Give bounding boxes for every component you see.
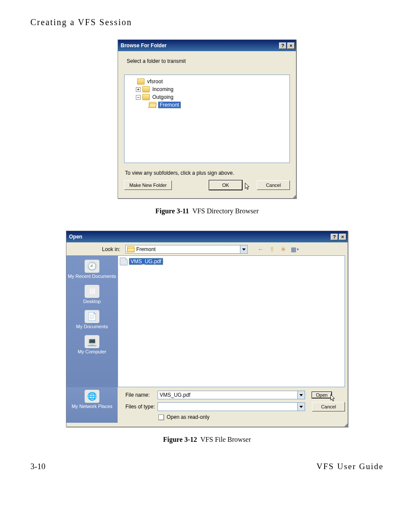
places-my-network-places[interactable]: 🌐 My Network Places (66, 387, 118, 423)
open-toolbar: Look in: Fremont ← ⇧ ✳ ▦▾ (66, 242, 348, 255)
figure-label: Figure 3-12 (163, 436, 197, 443)
my-documents-icon: 📄 (85, 310, 99, 323)
up-one-level-icon[interactable]: ⇧ (268, 245, 276, 254)
pdf-file-icon (120, 258, 128, 265)
folder-open-icon (127, 246, 135, 252)
open-read-only-label: Open as read-only (167, 414, 210, 420)
titlebar-close-button[interactable]: × (287, 42, 295, 49)
views-grid-icon: ▦ (291, 246, 296, 253)
files-of-type-label: Files of type: (122, 404, 158, 410)
places-recent-documents[interactable]: 🕘 My Recent Documents (66, 258, 118, 281)
page-header: Creating a VFS Session (30, 17, 384, 27)
folder-icon (137, 78, 145, 85)
figure-caption-1: Figure 3-11 VFS Directory Browser (30, 207, 384, 215)
file-name-label: File name: (122, 392, 158, 398)
file-name-value: VMS_UG.pdf (158, 392, 297, 398)
file-name-label: VMS_UG.pdf (129, 258, 163, 265)
figure-open-dialog: Open ? × Look in: Fremont ← ⇧ ✳ ▦▾ (30, 231, 384, 428)
dropdown-button[interactable] (240, 245, 247, 253)
places-my-documents[interactable]: 📄 My Documents (66, 308, 118, 332)
tree-node-vfsroot[interactable]: vfsroot (146, 78, 164, 85)
dialog-title: Browse For Folder (121, 42, 167, 49)
browse-hint: To view any subfolders, click a plus sig… (125, 170, 290, 176)
dropdown-button[interactable] (297, 391, 305, 399)
tree-node-incoming[interactable]: Incoming (151, 86, 174, 92)
look-in-label: Look in: (70, 246, 123, 252)
views-menu-icon[interactable]: ▦▾ (290, 245, 299, 254)
open-file-dialog: Open ? × Look in: Fremont ← ⇧ ✳ ▦▾ (66, 231, 348, 427)
resize-grip-icon[interactable]: ◢ (118, 194, 296, 198)
cancel-button[interactable]: Cancel (312, 402, 345, 411)
resize-grip-icon[interactable]: ◢ (66, 423, 348, 427)
back-icon[interactable]: ← (256, 245, 265, 254)
tree-node-outgoing[interactable]: Outgoing (151, 94, 174, 100)
places-my-computer[interactable]: 💻 My Computer (66, 333, 118, 357)
tree-node-fremont[interactable]: Fremont (158, 101, 181, 108)
places-desktop[interactable]: 🖥 Desktop (66, 283, 118, 307)
open-read-only-checkbox[interactable] (158, 415, 164, 420)
look-in-dropdown[interactable]: Fremont (125, 245, 248, 254)
make-new-folder-button[interactable]: Make New Folder (124, 180, 172, 190)
look-in-value: Fremont (136, 246, 238, 252)
place-label: My Computer (66, 349, 118, 354)
folder-icon (142, 94, 150, 100)
create-new-folder-icon[interactable]: ✳ (279, 245, 288, 254)
titlebar-close-button[interactable]: × (339, 234, 346, 240)
places-bar: 🕘 My Recent Documents 🖥 Desktop 📄 My Doc… (66, 255, 118, 387)
dropdown-button[interactable] (297, 403, 305, 411)
my-network-places-icon: 🌐 (85, 390, 99, 403)
folder-tree[interactable]: vfsroot + Incoming − Outgoing Fremont (124, 75, 290, 163)
titlebar-help-button[interactable]: ? (331, 234, 338, 240)
chevron-down-icon (299, 406, 303, 408)
cancel-button[interactable]: Cancel (257, 180, 290, 190)
chevron-down-icon (299, 394, 303, 396)
files-of-type-dropdown[interactable] (158, 402, 305, 411)
open-button[interactable]: Open (312, 392, 332, 398)
chevron-down-icon: ▾ (297, 247, 299, 251)
browse-for-folder-dialog: Browse For Folder ? × Select a folder to… (118, 39, 296, 199)
cursor-pointer-icon (330, 394, 336, 403)
document-title: VFS User Guide (316, 462, 384, 471)
dialog-titlebar: Browse For Folder ? × (118, 40, 296, 51)
titlebar-help-button[interactable]: ? (279, 42, 286, 49)
my-computer-icon: 💻 (85, 335, 99, 348)
folder-open-icon (149, 102, 156, 108)
figure-label: Figure 3-11 (155, 207, 189, 215)
folder-icon (142, 86, 150, 92)
desktop-icon: 🖥 (85, 285, 99, 298)
cursor-pointer-icon (245, 183, 251, 192)
expand-plus-icon[interactable]: + (136, 87, 141, 92)
dialog-titlebar: Open ? × (66, 231, 348, 242)
place-label: My Recent Documents (66, 274, 118, 279)
recent-documents-icon: 🕘 (85, 260, 99, 273)
chevron-down-icon (242, 248, 246, 251)
place-label: Desktop (66, 299, 118, 304)
browse-instruction: Select a folder to transmit (127, 58, 290, 64)
place-label: My Documents (66, 324, 118, 329)
expand-minus-icon[interactable]: − (136, 95, 141, 100)
file-list-area[interactable]: VMS_UG.pdf (118, 255, 345, 387)
page-footer: 3-10 VFS User Guide (30, 462, 384, 471)
file-name-input[interactable]: VMS_UG.pdf (158, 391, 305, 399)
figure-text: VFS File Browser (200, 436, 251, 443)
page-number: 3-10 (30, 462, 46, 471)
figure-text: VFS Directory Browser (192, 207, 259, 215)
figure-browse-for-folder: Browse For Folder ? × Select a folder to… (30, 39, 384, 199)
dialog-title: Open (69, 234, 82, 240)
file-item[interactable]: VMS_UG.pdf (120, 258, 163, 265)
figure-caption-2: Figure 3-12 VFS File Browser (30, 436, 384, 444)
place-label: My Network Places (72, 404, 112, 409)
ok-button[interactable]: OK (209, 180, 242, 190)
